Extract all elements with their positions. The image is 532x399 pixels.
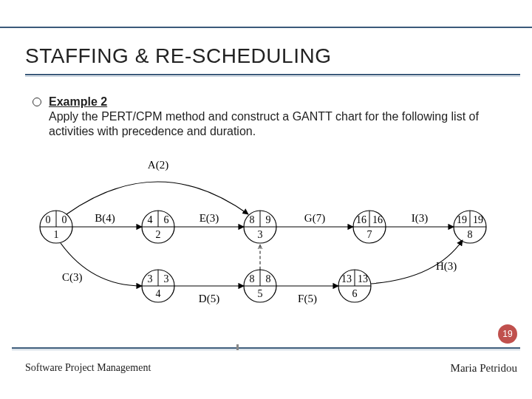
- node-2: 4 6 2: [142, 211, 174, 243]
- body-text: Example 2 Apply the PERT/CPM method and …: [33, 95, 514, 139]
- svg-text:6: 6: [164, 214, 169, 225]
- svg-text:16: 16: [356, 214, 366, 225]
- page-number: 19: [502, 329, 512, 339]
- svg-text:F(5): F(5): [298, 293, 317, 305]
- svg-text:9: 9: [266, 214, 271, 225]
- svg-text:B(4): B(4): [95, 212, 115, 225]
- bullet-marker-icon: [33, 98, 41, 106]
- svg-text:3: 3: [258, 229, 263, 240]
- edge-A: [66, 182, 248, 214]
- bullet-item: Example 2 Apply the PERT/CPM method and …: [33, 95, 514, 139]
- svg-text:16: 16: [372, 214, 383, 225]
- node-6: 13 13 6: [338, 270, 371, 302]
- svg-text:I(3): I(3): [412, 212, 429, 225]
- example-description: Apply the PERT/CPM method and construct …: [49, 110, 479, 137]
- svg-text:3: 3: [164, 273, 169, 284]
- divider-mark: [236, 344, 239, 350]
- bottom-rule: [12, 347, 520, 350]
- page-title: STAFFING & RE-SCHEDULING: [25, 44, 331, 68]
- pert-diagram: 0 0 1 4 6 2 8 9 3: [25, 157, 508, 309]
- svg-text:19: 19: [473, 214, 483, 225]
- svg-text:G(7): G(7): [304, 212, 325, 225]
- svg-text:8: 8: [250, 214, 255, 225]
- svg-text:13: 13: [341, 273, 352, 284]
- node-1: 0 0 1: [40, 211, 72, 243]
- svg-text:6: 6: [352, 288, 358, 299]
- svg-text:2: 2: [156, 229, 161, 240]
- svg-text:D(5): D(5): [199, 293, 219, 305]
- svg-text:0: 0: [46, 214, 51, 225]
- svg-text:19: 19: [457, 214, 467, 225]
- svg-text:C(3): C(3): [62, 271, 83, 284]
- title-underline: [25, 74, 520, 77]
- svg-text:4: 4: [156, 288, 161, 299]
- node-3: 8 9 3: [244, 211, 276, 243]
- svg-text:E(3): E(3): [200, 212, 219, 225]
- bullet-text: Example 2 Apply the PERT/CPM method and …: [49, 95, 514, 139]
- svg-text:8: 8: [250, 273, 255, 284]
- node-7: 16 16 7: [353, 211, 386, 243]
- svg-text:0: 0: [62, 214, 67, 225]
- footer-left: Software Project Management: [25, 362, 151, 374]
- svg-text:4: 4: [148, 214, 153, 225]
- node-8: 19 19 8: [454, 211, 486, 243]
- node-5: 8 8 5: [244, 270, 276, 302]
- svg-text:8: 8: [266, 273, 271, 284]
- svg-text:A(2): A(2): [148, 159, 168, 171]
- svg-text:5: 5: [258, 288, 263, 299]
- node-4: 3 3 4: [142, 270, 174, 302]
- page-number-badge: 19: [498, 324, 517, 344]
- svg-text:H(3): H(3): [436, 260, 457, 273]
- svg-text:7: 7: [367, 229, 372, 240]
- footer-right: Maria Petridou: [451, 362, 517, 375]
- top-bar: [0, 0, 532, 28]
- svg-text:13: 13: [358, 273, 368, 284]
- slide: STAFFING & RE-SCHEDULING Example 2 Apply…: [0, 0, 532, 399]
- svg-text:3: 3: [148, 273, 153, 284]
- example-title: Example 2: [49, 95, 107, 108]
- svg-text:8: 8: [468, 229, 473, 240]
- svg-text:1: 1: [54, 229, 59, 240]
